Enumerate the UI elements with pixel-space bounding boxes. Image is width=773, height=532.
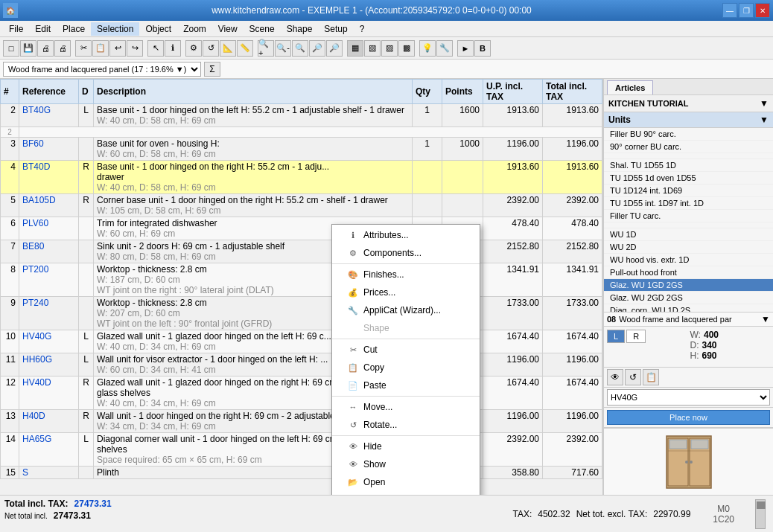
table-row[interactable]: 10 HV40G L Glazed wall unit - 1 glazed d… — [1, 330, 602, 353]
tb-undo[interactable]: ↩ — [109, 40, 126, 57]
ctx-applicat[interactable]: 🔧 AppliCat (Wizard)... — [332, 301, 480, 319]
rotate-icon-btn[interactable]: ↺ — [625, 369, 641, 385]
articles-list[interactable]: Filler BU 90° carc. 90° corner BU carc. … — [604, 128, 773, 313]
table-row[interactable]: 5 BA105D R Corner base unit - 1 door hin… — [1, 194, 602, 217]
tb-redo[interactable]: ↪ — [127, 40, 143, 57]
menu-scene[interactable]: Scene — [244, 22, 281, 36]
ctx-attributes[interactable]: ℹ Attributes... — [332, 226, 480, 244]
table-scroll[interactable]: # Reference D Description Qty Points U.P… — [0, 79, 602, 495]
article-item[interactable]: Glaz. WU 2GD 2GS — [604, 292, 773, 304]
article-item[interactable]: 90° corner BU carc. — [604, 141, 773, 153]
tb-ruler[interactable]: 📏 — [237, 40, 253, 57]
sum-button[interactable]: Σ — [204, 62, 220, 77]
article-item[interactable]: WU 1D — [604, 228, 773, 241]
tb-save[interactable]: 💾 — [20, 40, 36, 57]
tb-new[interactable]: □ — [3, 40, 19, 57]
tb-light[interactable]: 💡 — [419, 40, 436, 57]
article-item[interactable]: Pull-out hood front — [604, 266, 773, 279]
tb-view1[interactable]: ▦ — [347, 40, 363, 57]
menu-object[interactable]: Object — [139, 22, 177, 36]
component-expand-icon[interactable]: ▼ — [761, 314, 770, 324]
copy-icon-btn[interactable]: 📋 — [643, 369, 659, 385]
article-item[interactable]: Filler BU 90° carc. — [604, 128, 773, 141]
menu-zoom[interactable]: Zoom — [177, 22, 212, 36]
place-now-button[interactable]: Place now — [607, 410, 770, 425]
article-select[interactable]: HV40G — [607, 389, 770, 406]
tb-zoom-sel[interactable]: 🔎 — [309, 40, 325, 57]
table-row[interactable]: 13 H40D R Wall unit - 1 door hinged on t… — [1, 410, 602, 433]
ctx-open[interactable]: 📂 Open — [332, 473, 480, 491]
close-button[interactable]: ✕ — [755, 3, 770, 18]
table-row[interactable]: 11 HH60G L Wall unit for visor extractor… — [1, 353, 602, 376]
lr-right-btn[interactable]: R — [626, 330, 646, 343]
ctx-rotate[interactable]: ↺ Rotate... — [332, 416, 480, 434]
tb-copy[interactable]: 📋 — [92, 40, 109, 57]
menu-edit[interactable]: Edit — [29, 22, 57, 36]
table-row[interactable]: 8 PT200 Worktop - thickness: 2.8 cmW: 18… — [1, 263, 602, 297]
table-row[interactable]: 3 BF60 Base unit for oven - housing H:W:… — [1, 138, 602, 161]
tb-view2[interactable]: ▧ — [364, 40, 381, 57]
menu-shape[interactable]: Shape — [281, 22, 319, 36]
article-item[interactable]: WU 2D — [604, 241, 773, 254]
tb-view4[interactable]: ▩ — [398, 40, 415, 57]
tb-print[interactable]: 🖨 — [37, 40, 54, 57]
table-row[interactable]: 4 BT40D R Base unit - 1 door hinged on t… — [1, 161, 602, 194]
tb-view3[interactable]: ▨ — [381, 40, 398, 57]
menu-help[interactable]: ? — [354, 22, 371, 36]
lr-left-btn[interactable]: L — [607, 330, 625, 343]
tb-arrow[interactable]: ↖ — [147, 40, 164, 57]
vertical-scrollbar[interactable] — [755, 499, 766, 529]
menu-view[interactable]: View — [212, 22, 244, 36]
article-item[interactable]: TU 1D55 1d oven 1D55 — [604, 172, 773, 185]
article-item[interactable]: Filler TU carc. — [604, 210, 773, 222]
tb-play[interactable]: ► — [457, 40, 474, 57]
article-item[interactable] — [604, 153, 773, 159]
units-expand-icon[interactable]: ▼ — [760, 115, 769, 125]
tab-articles[interactable]: Articles — [607, 80, 653, 94]
menu-place[interactable]: Place — [57, 22, 91, 36]
table-row[interactable]: 15 S Plinth 2 300 358.80 717.60 — [1, 467, 602, 479]
article-item[interactable]: TU 1D55 int. 1D97 int. 1D — [604, 197, 773, 210]
table-row[interactable]: 7 BE80 Sink unit - 2 doors H: 69 cm - 1 … — [1, 240, 602, 263]
ctx-cut[interactable]: ✂ Cut — [332, 341, 480, 359]
menu-setup[interactable]: Setup — [318, 22, 353, 36]
tb-zoom-out[interactable]: 🔍- — [275, 40, 291, 57]
tb-b[interactable]: B — [474, 40, 491, 57]
view-icon-btn[interactable]: 👁 — [607, 369, 623, 385]
table-row[interactable]: 2 BT40G L Base unit - 1 door hinged on t… — [1, 104, 602, 127]
ctx-close[interactable]: ❌ Close — [332, 491, 480, 495]
tb-print2[interactable]: 🖨 — [54, 40, 71, 57]
article-item[interactable] — [604, 222, 773, 228]
table-row[interactable]: 2 — [1, 127, 602, 138]
table-row[interactable]: 9 PT240 Worktop - thickness: 2.8 cmW: 20… — [1, 297, 602, 330]
tb-tools[interactable]: 🔧 — [436, 40, 453, 57]
path-selector[interactable]: Wood frame and lacquered panel (17 : 19.… — [3, 62, 201, 77]
table-row[interactable]: 12 HV40D R Glazed wall unit - 1 glazed d… — [1, 376, 602, 410]
article-item-selected[interactable]: Glaz. WU 1GD 2GS — [604, 279, 773, 292]
article-item[interactable]: TU 1D124 int. 1D69 — [604, 185, 773, 197]
tb-rotate[interactable]: ↺ — [203, 40, 219, 57]
tb-info[interactable]: ℹ — [165, 40, 181, 57]
tb-zoom-w[interactable]: 🔎 — [326, 40, 343, 57]
ctx-finishes[interactable]: 🎨 Finishes... — [332, 266, 480, 283]
tb-dim[interactable]: 📐 — [220, 40, 236, 57]
menu-selection[interactable]: Selection — [91, 22, 139, 36]
tb-cut[interactable]: ✂ — [75, 40, 92, 57]
tb-zoom-in[interactable]: 🔍+ — [258, 40, 274, 57]
minimize-button[interactable]: — — [722, 3, 737, 18]
tb-zoom-fit[interactable]: 🔍 — [292, 40, 308, 57]
ctx-paste[interactable]: 📄 Paste — [332, 376, 480, 394]
ctx-show[interactable]: 👁 Show — [332, 455, 480, 473]
restore-button[interactable]: ❐ — [739, 3, 754, 18]
article-item[interactable]: WU hood vis. extr. 1D — [604, 254, 773, 266]
table-row[interactable]: 14 HA65G L Diagonal corner wall unit - 1… — [1, 433, 602, 467]
ctx-components[interactable]: ⚙ Components... — [332, 244, 480, 262]
table-row[interactable]: 6 PLV60 Trim for integrated dishwasherW:… — [1, 217, 602, 240]
ctx-prices[interactable]: 💰 Prices... — [332, 283, 480, 301]
ctx-move[interactable]: ↔ Move... — [332, 398, 480, 416]
ctx-hide[interactable]: 👁 Hide — [332, 438, 480, 455]
article-item[interactable]: Diag. corn. WU 1D 2S — [604, 304, 773, 313]
kitchen-expand-icon[interactable]: ▼ — [760, 98, 769, 109]
ctx-copy[interactable]: 📋 Copy — [332, 359, 480, 376]
article-item[interactable]: Shal. TU 1D55 1D — [604, 159, 773, 172]
